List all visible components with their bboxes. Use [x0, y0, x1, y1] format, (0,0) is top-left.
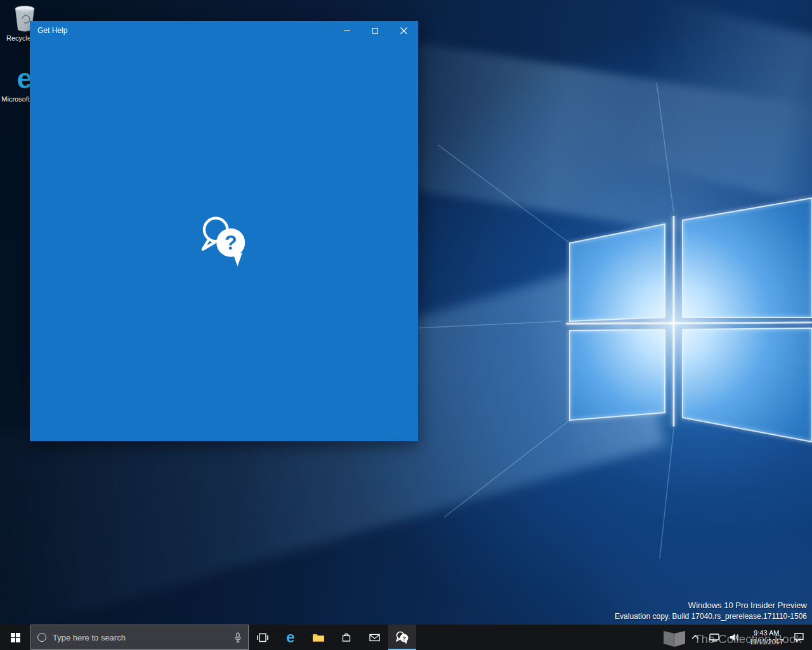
window-titlebar[interactable]: Get Help — [30, 21, 418, 40]
task-view-icon — [257, 633, 268, 642]
windows-logo-icon — [11, 633, 20, 642]
window-title: Get Help — [30, 26, 67, 35]
clock-time: 9:43 AM — [754, 628, 779, 637]
svg-text:?: ? — [402, 635, 406, 642]
tray-network-button[interactable] — [704, 625, 724, 650]
watermark-edition: Windows 10 Pro Insider Preview — [615, 600, 807, 610]
watermark-build: Evaluation copy. Build 17040.rs_prerelea… — [615, 612, 807, 621]
start-button[interactable] — [0, 625, 30, 650]
tray-clock[interactable]: 9:43 AM 11/11/2017 — [745, 628, 789, 646]
minimize-icon — [344, 30, 350, 31]
taskbar-app-edge[interactable]: e — [277, 625, 304, 650]
taskbar-app-file-explorer[interactable] — [304, 625, 332, 650]
taskbar-app-store[interactable] — [332, 625, 360, 650]
get-help-splash-icon: ? — [195, 212, 252, 269]
search-input[interactable] — [51, 632, 229, 643]
network-icon — [709, 633, 719, 642]
window-content: ? — [30, 40, 418, 441]
file-explorer-icon — [312, 632, 325, 642]
cortana-circle-icon — [37, 633, 46, 642]
taskbar-search-box[interactable] — [30, 625, 249, 650]
edge-taskbar-icon: e — [283, 629, 298, 646]
mail-icon — [369, 633, 380, 642]
maximize-button[interactable] — [361, 21, 390, 40]
speaker-icon — [730, 633, 740, 642]
system-tray: 9:43 AM 11/11/2017 — [686, 625, 812, 650]
get-help-window: Get Help ? — [30, 21, 418, 441]
tray-volume-button[interactable] — [724, 625, 745, 650]
taskbar-app-get-help[interactable]: ? — [388, 625, 416, 650]
action-center-icon — [794, 632, 804, 642]
tray-chevron-button[interactable] — [686, 625, 704, 650]
svg-text:?: ? — [225, 231, 237, 254]
store-icon — [341, 632, 351, 642]
minimize-button[interactable] — [332, 21, 361, 40]
taskbar: e ? — [0, 625, 812, 650]
clock-date: 11/11/2017 — [750, 637, 783, 646]
evaluation-watermark: Windows 10 Pro Insider Preview Evaluatio… — [615, 600, 807, 621]
window-controls — [332, 21, 418, 40]
action-center-button[interactable] — [789, 625, 812, 650]
svg-text:e: e — [286, 629, 294, 646]
microphone-icon[interactable] — [234, 632, 242, 643]
get-help-taskbar-icon: ? — [395, 630, 410, 645]
close-icon — [400, 27, 407, 34]
light-beam — [618, 0, 812, 219]
taskbar-app-mail[interactable] — [360, 625, 388, 650]
chevron-up-icon — [691, 635, 699, 640]
close-button[interactable] — [390, 21, 418, 40]
maximize-icon — [372, 28, 378, 34]
task-view-button[interactable] — [249, 625, 277, 650]
